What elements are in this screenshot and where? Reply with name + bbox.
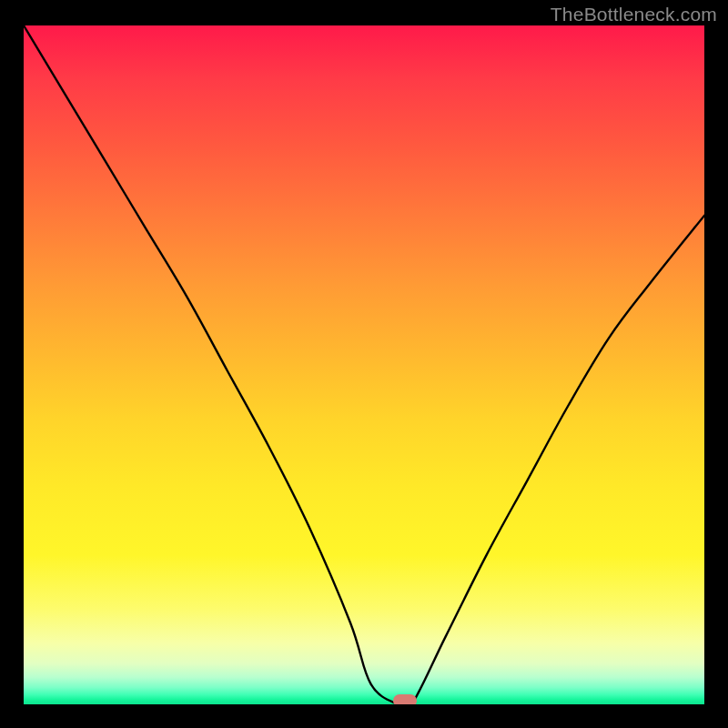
plot-area [24,25,704,704]
optimal-point-marker [393,694,417,704]
watermark-text: TheBottleneck.com [551,4,717,25]
bottleneck-curve [24,25,704,704]
